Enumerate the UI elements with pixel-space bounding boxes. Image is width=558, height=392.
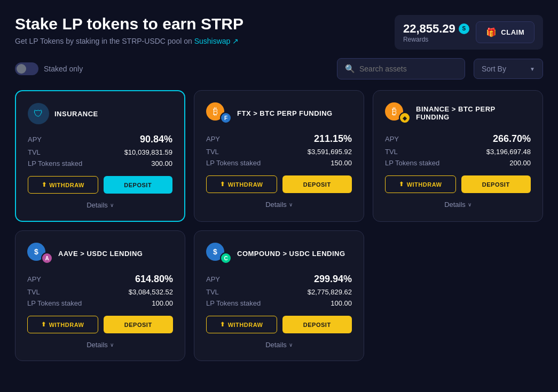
withdraw-button-ftx[interactable]: ⬆ WITHDRAW	[206, 175, 277, 193]
tvl-row: TVL $10,039,831.59	[28, 148, 172, 156]
chevron-down-icon: ∨	[468, 202, 471, 207]
apy-label: APY	[27, 275, 41, 283]
tvl-label: TVL	[27, 288, 40, 296]
controls-bar: Staked only 🔍 Sort By ▼	[0, 58, 558, 90]
rewards-amount: 22,855.29 S	[403, 22, 469, 36]
deposit-button-binance[interactable]: DEPOSIT	[461, 175, 531, 193]
card-stats-compound: APY 299.94% TVL $2,775,829.62 LP Tokens …	[206, 274, 352, 307]
withdraw-button-insurance[interactable]: ⬆ WITHDRAW	[28, 176, 98, 194]
lp-staked-value: 100.00	[152, 299, 173, 307]
tvl-label: TVL	[385, 148, 398, 156]
apy-value: 266.70%	[493, 133, 531, 145]
lp-staked-label: LP Tokens staked	[28, 159, 82, 167]
binance-icon: ₿ ◆	[385, 102, 411, 124]
deposit-button-compound[interactable]: DEPOSIT	[282, 316, 352, 333]
card-aave: $ A AAVE > USDC LENDING APY 614.80% TVL …	[15, 230, 185, 361]
staked-only-label: Staked only	[44, 65, 83, 73]
card-buttons-ftx: ⬆ WITHDRAW DEPOSIT	[206, 175, 352, 193]
deposit-button-insurance[interactable]: DEPOSIT	[104, 176, 173, 194]
lp-staked-label: LP Tokens staked	[206, 159, 261, 167]
details-toggle-insurance[interactable]: Details ∨	[28, 201, 172, 209]
lp-staked-value: 200.00	[509, 159, 531, 167]
apy-value: 299.94%	[314, 274, 352, 285]
withdraw-button-aave[interactable]: ⬆ WITHDRAW	[27, 316, 98, 333]
aave-icon: $ A	[27, 243, 53, 264]
lp-staked-row: LP Tokens staked 100.00	[206, 299, 352, 307]
withdraw-button-compound[interactable]: ⬆ WITHDRAW	[206, 316, 277, 333]
lp-staked-row: LP Tokens staked 150.00	[206, 159, 352, 167]
card-buttons-compound: ⬆ WITHDRAW DEPOSIT	[206, 316, 352, 333]
page-title: Stake LP tokens to earn STRP	[15, 15, 243, 33]
card-header-binance: ₿ ◆ BINANCE > BTC PERP FUNDING	[385, 102, 531, 124]
chevron-down-icon: ∨	[110, 342, 114, 348]
card-title-binance: BINANCE > BTC PERP FUNDING	[416, 105, 531, 121]
tvl-value: $2,775,829.62	[308, 288, 352, 296]
card-header-aave: $ A AAVE > USDC LENDING	[27, 243, 173, 264]
lp-staked-row: LP Tokens staked 200.00	[385, 159, 531, 167]
withdraw-icon: ⬆	[41, 321, 46, 328]
card-header-compound: $ C COMPOUND > USDC LENDING	[206, 243, 352, 264]
rewards-panel: 22,855.29 S Rewards 🎁 CLAIM	[395, 15, 543, 50]
withdraw-icon: ⬆	[42, 181, 47, 188]
details-toggle-aave[interactable]: Details ∨	[27, 341, 173, 349]
compound-icon: $ C	[206, 243, 232, 264]
tvl-row: TVL $2,775,829.62	[206, 288, 352, 296]
details-toggle-binance[interactable]: Details ∨	[385, 201, 531, 209]
deposit-button-aave[interactable]: DEPOSIT	[104, 316, 174, 333]
card-buttons-binance: ⬆ WITHDRAW DEPOSIT	[385, 175, 531, 193]
card-title-aave: AAVE > USDC LENDING	[58, 250, 143, 258]
lp-staked-value: 100.00	[331, 299, 352, 307]
withdraw-icon: ⬆	[220, 321, 225, 328]
strp-icon: S	[459, 23, 469, 34]
lp-staked-label: LP Tokens staked	[206, 299, 261, 307]
tvl-label: TVL	[28, 148, 41, 156]
sort-by-select[interactable]: Sort By ▼	[474, 59, 543, 79]
gift-icon: 🎁	[486, 27, 497, 37]
tvl-value: $3,591,695.92	[308, 148, 352, 156]
staked-only-toggle[interactable]	[15, 62, 38, 75]
search-box: 🔍	[337, 58, 465, 79]
details-toggle-ftx[interactable]: Details ∨	[206, 201, 352, 209]
apy-label: APY	[206, 135, 220, 143]
card-header-insurance: 🛡 INSURANCE	[28, 103, 172, 124]
withdraw-icon: ⬆	[399, 181, 404, 188]
lp-staked-value: 150.00	[331, 159, 352, 167]
toggle-knob	[17, 64, 26, 74]
details-toggle-compound[interactable]: Details ∨	[206, 341, 352, 349]
chevron-down-icon: ∨	[110, 202, 114, 208]
chevron-down-icon: ∨	[289, 342, 293, 348]
rewards-section: 22,855.29 S Rewards	[403, 22, 469, 43]
apy-row: APY 266.70%	[385, 133, 531, 145]
tvl-value: $3,084,532.52	[129, 288, 173, 296]
apy-label: APY	[385, 135, 399, 143]
apy-value: 211.15%	[314, 133, 352, 145]
ftx-icon: ₿ F	[206, 102, 232, 124]
apy-row: APY 614.80%	[27, 274, 173, 285]
tvl-value: $10,039,831.59	[124, 148, 172, 156]
card-ftx: ₿ F FTX > BTC PERP FUNDING APY 211.15% T…	[194, 90, 364, 222]
search-icon: 🔍	[345, 64, 355, 74]
tvl-row: TVL $3,196,697.48	[385, 148, 531, 156]
tvl-row: TVL $3,591,695.92	[206, 148, 352, 156]
card-compound: $ C COMPOUND > USDC LENDING APY 299.94% …	[194, 230, 364, 361]
apy-row: APY 299.94%	[206, 274, 352, 285]
card-stats-binance: APY 266.70% TVL $3,196,697.48 LP Tokens …	[385, 133, 531, 167]
apy-value: 614.80%	[135, 274, 173, 285]
card-header-ftx: ₿ F FTX > BTC PERP FUNDING	[206, 102, 352, 124]
deposit-button-ftx[interactable]: DEPOSIT	[282, 175, 352, 193]
lp-staked-label: LP Tokens staked	[27, 299, 82, 307]
sushiswap-link[interactable]: Sushiswap ↗	[194, 37, 239, 45]
toggle-container: Staked only	[15, 62, 83, 75]
search-input[interactable]	[359, 65, 457, 73]
header-left: Stake LP tokens to earn STRP Get LP Toke…	[15, 15, 243, 45]
subtitle: Get LP Tokens by staking in the STRP-USD…	[15, 37, 243, 45]
rewards-label: Rewards	[403, 36, 469, 43]
card-stats-ftx: APY 211.15% TVL $3,591,695.92 LP Tokens …	[206, 133, 352, 167]
claim-button[interactable]: 🎁 CLAIM	[476, 21, 535, 43]
withdraw-button-binance[interactable]: ⬆ WITHDRAW	[385, 175, 456, 193]
apy-row: APY 90.84%	[28, 134, 172, 145]
card-title-ftx: FTX > BTC PERP FUNDING	[237, 109, 333, 117]
card-buttons-aave: ⬆ WITHDRAW DEPOSIT	[27, 316, 173, 333]
card-title-insurance: INSURANCE	[54, 110, 98, 118]
page-header: Stake LP tokens to earn STRP Get LP Toke…	[0, 0, 558, 58]
